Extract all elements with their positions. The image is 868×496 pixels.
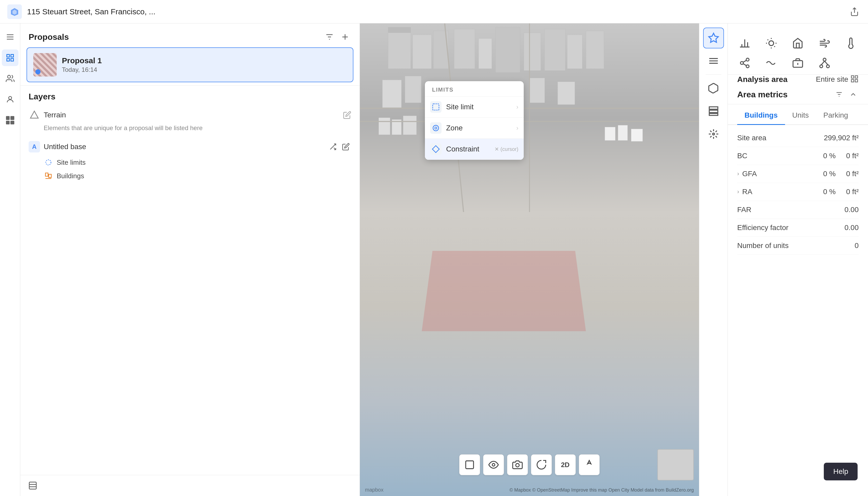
elements-note: Elements that are unique for a proposal … [44, 123, 351, 133]
proposal-thumbnail [33, 53, 57, 77]
svg-line-82 [743, 60, 746, 62]
layers-nav-button[interactable] [2, 49, 18, 66]
help-button[interactable]: Help [824, 463, 857, 480]
svg-rect-51 [433, 104, 439, 110]
terrain-edit-button[interactable] [343, 111, 351, 119]
sidebar-bottom-btn[interactable] [27, 479, 39, 492]
map-area[interactable]: LIMITS Site limit › Zone › [360, 24, 699, 496]
people-nav-button[interactable] [2, 70, 18, 87]
gfa-value: 0 ft² [846, 170, 858, 178]
svg-line-88 [821, 61, 824, 65]
analysis-area-options-button[interactable] [850, 75, 858, 84]
bc-percent: 0 % [810, 152, 836, 160]
share-button[interactable] [848, 5, 861, 18]
site-area-value: 299,902 ft² [824, 134, 858, 142]
metric-gfa: › GFA 0 % 0 ft² [737, 165, 858, 183]
svg-rect-33 [545, 29, 565, 71]
select-map-button[interactable] [459, 454, 480, 475]
proposals-actions [323, 31, 351, 43]
solar-rp-button[interactable] [785, 53, 810, 72]
analysis-area-value-text: Entire site [816, 75, 849, 83]
left-panel: Proposals [20, 24, 360, 496]
zone-label: Zone [446, 124, 512, 132]
right-panel-icons-row [728, 32, 868, 75]
app-logo[interactable] [7, 4, 22, 19]
topbar: 115 Steuart Street, San Francisco, ... [0, 0, 868, 24]
efficiency-label: Efficiency factor [737, 223, 788, 232]
site-limit-label: Site limit [446, 103, 512, 111]
2d-label: 2D [561, 461, 569, 469]
cube-rt-button[interactable] [703, 78, 724, 99]
svg-rect-63 [709, 107, 718, 109]
zone-item[interactable]: Zone › [425, 118, 524, 139]
rotate-map-button[interactable] [531, 454, 552, 475]
svg-point-52 [433, 125, 438, 130]
tab-units[interactable]: Units [785, 106, 816, 125]
right-toolbar [699, 24, 727, 496]
far-label: FAR [737, 205, 751, 214]
analysis-area-label: Analysis area [737, 75, 787, 84]
menu-nav-button[interactable] [2, 29, 18, 45]
metric-far: FAR 0.00 [737, 201, 858, 219]
svg-rect-22 [29, 482, 36, 489]
proposal-card[interactable]: Proposal 1 Today, 16:14 [27, 47, 353, 82]
metric-num-units: Number of units 0 [737, 237, 858, 255]
terrain-label: Terrain [44, 111, 339, 119]
svg-rect-90 [851, 76, 854, 78]
address-text: 115 Steuart Street, San Francisco, ... [27, 7, 845, 16]
zone-icon [430, 122, 441, 134]
analysis-rt-button[interactable] [703, 28, 724, 48]
svg-point-78 [746, 58, 749, 61]
tab-buildings[interactable]: Buildings [737, 106, 785, 125]
site-limit-item[interactable]: Site limit › [425, 96, 524, 118]
svg-point-8 [7, 75, 11, 78]
network-rt-button[interactable] [703, 124, 724, 144]
svg-line-75 [774, 46, 775, 47]
area-metrics-filter-button[interactable] [834, 89, 845, 100]
sun-rp-button[interactable] [758, 34, 784, 52]
tab-parking[interactable]: Parking [816, 106, 855, 125]
ra-expand-button[interactable]: › [737, 188, 739, 195]
site-limit-arrow: › [516, 103, 518, 111]
grid-nav-button[interactable] [2, 112, 18, 128]
constraint-item[interactable]: Constraint ✕ (cursor) [425, 139, 524, 160]
buildings-layer[interactable]: Buildings [29, 169, 351, 183]
svg-rect-44 [605, 127, 615, 141]
svg-rect-20 [49, 174, 51, 178]
2d-map-button[interactable]: 2D [555, 454, 576, 475]
svg-rect-40 [558, 82, 575, 105]
area-metrics-collapse-button[interactable] [848, 89, 858, 100]
temp-rp-button[interactable] [838, 34, 864, 52]
eye-map-button[interactable] [483, 454, 504, 475]
layers-rt-button[interactable] [703, 50, 724, 71]
gfa-expand-button[interactable]: › [737, 170, 739, 177]
filter-proposals-button[interactable] [323, 31, 336, 43]
users-nav-button[interactable] [2, 91, 18, 108]
wave-rp-button[interactable] [758, 53, 784, 72]
proposals-title: Proposals [29, 32, 69, 42]
base-label: Untitled base [44, 143, 327, 151]
base-filter-button[interactable] [327, 141, 338, 152]
area-metrics-header: Area metrics [728, 89, 868, 104]
svg-rect-36 [382, 80, 401, 108]
svg-rect-45 [618, 125, 627, 140]
branch-rp-button[interactable] [732, 53, 757, 72]
svg-rect-37 [405, 76, 421, 103]
chart-bar-rp-button[interactable] [732, 34, 757, 52]
proposal-date: Today, 16:14 [62, 66, 347, 73]
proposal-dot [35, 69, 41, 74]
house-rp-button[interactable] [785, 34, 810, 52]
svg-line-74 [768, 40, 768, 40]
wind-rp-button[interactable] [812, 34, 837, 52]
num-units-label: Number of units [737, 242, 789, 250]
site-limits-layer[interactable]: Site limits [29, 156, 351, 169]
highlight-area [422, 251, 586, 331]
svg-rect-27 [413, 35, 431, 68]
floors-rt-button[interactable] [703, 101, 724, 122]
bc-value: 0 ft² [846, 152, 858, 160]
base-edit-button[interactable] [340, 141, 351, 152]
add-proposal-button[interactable] [339, 31, 351, 43]
compass-map-button[interactable] [579, 454, 600, 475]
camera-map-button[interactable] [507, 454, 528, 475]
network2-rp-button[interactable] [812, 53, 837, 72]
